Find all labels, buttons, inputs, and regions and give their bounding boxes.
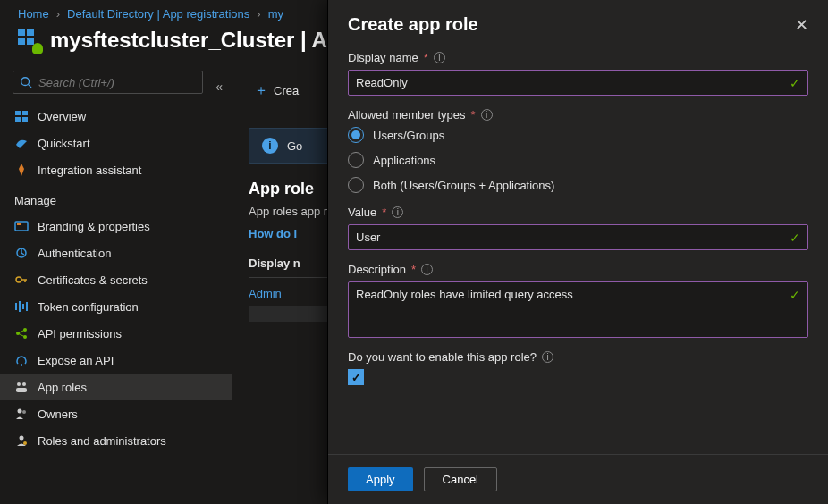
sidebar-item-label: API permissions xyxy=(38,327,122,340)
radio-both[interactable]: Both (Users/Groups + Applications) xyxy=(348,177,808,193)
chevron-right-icon: › xyxy=(257,7,260,21)
sidebar-item-api-permissions[interactable]: API permissions xyxy=(0,320,232,347)
sidebar-section-manage: Manage xyxy=(0,183,232,213)
breadcrumb-item-directory[interactable]: Default Directory | App registrations xyxy=(67,7,249,21)
sidebar-item-authentication[interactable]: Authentication xyxy=(0,239,232,266)
description-label: Description xyxy=(348,263,406,276)
rocket-icon xyxy=(14,163,29,177)
info-bar-text: Go xyxy=(287,139,302,153)
sidebar-item-label: Certificates & secrets xyxy=(38,273,148,287)
sidebar-item-overview[interactable]: Overview xyxy=(0,103,232,130)
sidebar-item-branding-properties[interactable]: Branding & properties xyxy=(0,213,232,239)
token-icon xyxy=(14,299,29,314)
sidebar: « OverviewQuickstartIntegration assistan… xyxy=(0,65,232,498)
sidebar-item-label: Owners xyxy=(38,407,78,421)
apply-button[interactable]: Apply xyxy=(348,467,413,491)
sidebar-item-label: Authentication xyxy=(38,247,111,260)
svg-point-25 xyxy=(18,409,22,414)
info-icon[interactable]: i xyxy=(542,351,553,363)
valid-check-icon: ✓ xyxy=(790,288,800,302)
breadcrumb-item-app[interactable]: my xyxy=(268,7,283,21)
overview-icon xyxy=(14,109,29,123)
enable-checkbox[interactable]: ✓ xyxy=(348,369,364,385)
display-name-input[interactable] xyxy=(349,71,807,95)
create-app-role-button[interactable]: ＋ Crea xyxy=(249,78,304,104)
required-icon: * xyxy=(471,108,476,122)
info-icon[interactable]: i xyxy=(392,206,403,218)
sidebar-item-label: Quickstart xyxy=(38,137,90,150)
create-label: Crea xyxy=(274,84,299,97)
auth-icon xyxy=(14,246,29,260)
radio-applications[interactable]: Applications xyxy=(348,152,808,168)
sidebar-item-label: App roles xyxy=(38,381,87,394)
required-icon: * xyxy=(424,51,428,64)
required-icon: * xyxy=(382,206,386,219)
search-icon xyxy=(19,75,33,89)
svg-point-26 xyxy=(22,410,26,414)
radio-users-groups[interactable]: Users/Groups xyxy=(348,127,808,143)
svg-point-22 xyxy=(17,382,21,386)
sidebar-item-roles-and-administrators[interactable]: Roles and administrators xyxy=(0,427,232,454)
svg-rect-3 xyxy=(22,111,28,115)
svg-point-0 xyxy=(21,78,30,86)
enable-label: Do you want to enable this app role? xyxy=(348,350,537,364)
cancel-button[interactable]: Cancel xyxy=(424,467,497,491)
radio-applications-label: Applications xyxy=(373,154,435,167)
info-icon[interactable]: i xyxy=(481,109,493,121)
sidebar-item-label: Overview xyxy=(38,110,86,123)
sidebar-item-token-configuration[interactable]: Token configuration xyxy=(0,293,232,320)
collapse-sidebar-button[interactable]: « xyxy=(215,80,223,94)
branding-icon xyxy=(14,219,29,233)
sidebar-item-app-roles[interactable]: App roles xyxy=(0,374,232,400)
quickstart-icon xyxy=(14,136,29,150)
search-input[interactable] xyxy=(38,76,197,89)
svg-line-1 xyxy=(29,85,32,88)
close-icon[interactable]: ✕ xyxy=(795,15,808,35)
expose-icon xyxy=(14,353,29,367)
radio-users-groups-label: Users/Groups xyxy=(373,129,444,142)
create-app-role-panel: Create app role ✕ Display name * i ✓ All… xyxy=(327,0,828,504)
svg-rect-4 xyxy=(15,117,21,122)
svg-point-23 xyxy=(22,382,26,386)
radio-dot-icon xyxy=(348,177,364,193)
info-icon: i xyxy=(262,138,278,154)
value-label: Value xyxy=(348,206,376,219)
sidebar-item-label: Branding & properties xyxy=(38,220,150,233)
cluster-icon xyxy=(18,29,41,52)
info-icon[interactable]: i xyxy=(434,52,445,63)
sidebar-item-label: Token configuration xyxy=(38,300,139,314)
sidebar-item-label: Expose an API xyxy=(38,354,114,367)
sidebar-search[interactable] xyxy=(13,71,203,94)
svg-point-28 xyxy=(23,441,27,445)
description-textarea[interactable] xyxy=(349,282,807,334)
api-perm-icon xyxy=(14,326,29,340)
radio-dot-icon xyxy=(348,127,364,143)
svg-line-20 xyxy=(18,333,25,337)
info-icon[interactable]: i xyxy=(421,264,433,275)
sidebar-item-certificates-secrets[interactable]: Certificates & secrets xyxy=(0,266,232,293)
panel-title: Create app role xyxy=(348,14,478,35)
chevron-right-icon: › xyxy=(56,7,60,21)
display-name-label: Display name xyxy=(348,51,418,64)
svg-rect-2 xyxy=(15,111,21,115)
radio-dot-icon xyxy=(348,152,364,168)
sidebar-item-integration-assistant[interactable]: Integration assistant xyxy=(0,156,232,183)
page-title: mysftestcluster_Cluster | A xyxy=(50,28,327,53)
radio-both-label: Both (Users/Groups + Applications) xyxy=(373,179,554,192)
svg-rect-24 xyxy=(16,388,27,392)
sidebar-item-label: Roles and administrators xyxy=(38,434,166,448)
allowed-member-types-label: Allowed member types xyxy=(348,108,466,122)
roles-admin-icon xyxy=(14,433,29,448)
valid-check-icon: ✓ xyxy=(790,231,800,245)
owners-icon xyxy=(14,407,29,421)
svg-rect-6 xyxy=(15,222,28,231)
breadcrumb-item-home[interactable]: Home xyxy=(18,7,49,21)
sidebar-item-quickstart[interactable]: Quickstart xyxy=(0,130,232,156)
required-icon: * xyxy=(411,263,416,276)
sidebar-item-owners[interactable]: Owners xyxy=(0,400,232,427)
sidebar-item-expose-an-api[interactable]: Expose an API xyxy=(0,347,232,374)
value-input[interactable] xyxy=(349,225,807,249)
svg-line-19 xyxy=(18,330,25,333)
plus-icon: ＋ xyxy=(254,81,268,100)
svg-point-27 xyxy=(20,436,24,441)
